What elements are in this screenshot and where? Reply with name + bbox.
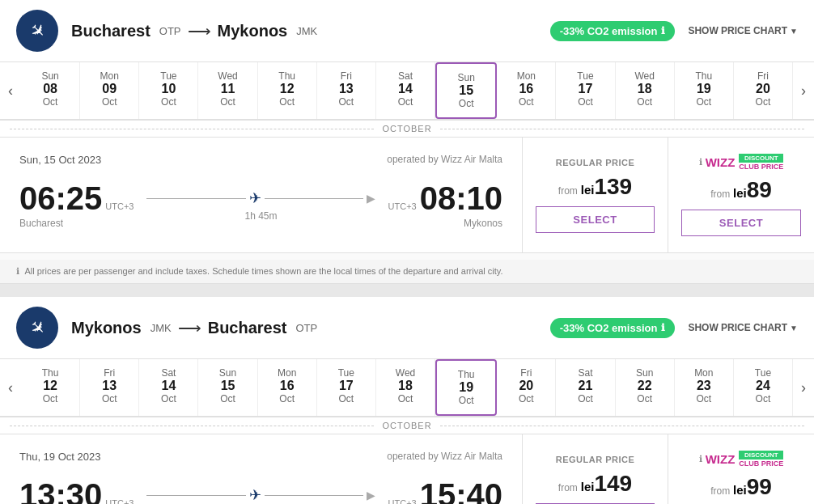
outbound-regular-from: from xyxy=(558,185,578,197)
outbound-wizz-select-btn[interactable]: SELECT xyxy=(681,210,801,236)
inbound-regular-amount: 149 xyxy=(594,471,632,496)
inbound-flight-details: Thu, 19 Oct 2023 operated by Wizz Air Ma… xyxy=(0,434,523,504)
inbound-logo: ✈ xyxy=(16,307,58,349)
outbound-date-item-1[interactable]: Mon09Oct xyxy=(80,62,139,119)
outbound-route: Bucharest OTP ⟶ Mykonos JMK xyxy=(71,21,537,40)
outbound-month-label: OCTOBER xyxy=(0,121,814,138)
inbound-date-item-8[interactable]: Fri20Oct xyxy=(497,359,556,416)
plane-en-route-icon: ✈ xyxy=(249,189,261,207)
outbound-from-iata: OTP xyxy=(159,25,181,37)
outbound-regular-currency: lei xyxy=(581,183,595,197)
outbound-date-item-5[interactable]: Fri13Oct xyxy=(317,62,376,119)
inbound-date-item-2[interactable]: Sat14Oct xyxy=(139,359,198,416)
inbound-wizz-brand: WIZZ xyxy=(706,452,736,466)
outbound-to-city: Mykonos xyxy=(218,22,288,40)
inbound-date-item-1[interactable]: Fri13Oct xyxy=(80,359,139,416)
outbound-date-item-11[interactable]: Thu19Oct xyxy=(675,62,734,119)
inbound-date-selector: ‹ Thu12OctFri13OctSat14OctSun15OctMon16O… xyxy=(0,359,814,417)
outbound-flight-arrow: ✈ ▶ 1h 45m xyxy=(146,189,375,222)
outbound-dep-city: Bucharest xyxy=(19,218,134,229)
inbound-dep-utc: UTC+3 xyxy=(105,498,134,504)
outbound-co2-badge: -33% CO2 emission ℹ xyxy=(550,21,676,41)
outbound-date-item-0[interactable]: Sun08Oct xyxy=(21,62,80,119)
inbound-to-iata: OTP xyxy=(296,322,318,334)
inbound-wizz-discount-logo: WIZZ DISCOUNT CLUB PRICE xyxy=(706,451,784,468)
chevron-down-icon: ▼ xyxy=(790,27,798,36)
inbound-wizz-amount: 99 xyxy=(747,474,772,499)
outbound-date-item-8[interactable]: Mon16Oct xyxy=(497,62,556,119)
inbound-regular-currency: lei xyxy=(581,480,595,493)
inbound-operated-by: operated by Wizz Air Malta xyxy=(387,451,502,471)
outbound-dep-utc: UTC+3 xyxy=(105,201,134,211)
outbound-price-chart-link[interactable]: SHOW PRICE CHART ▼ xyxy=(688,25,798,36)
outbound-date-item-2[interactable]: Tue10Oct xyxy=(139,62,198,119)
outbound-logo: ✈ xyxy=(16,10,58,52)
inbound-arrival: UTC+3 15:40 Bucharest xyxy=(388,479,502,504)
inbound-departure: 13:30 UTC+3 Mykonos xyxy=(19,479,134,504)
inbound-date-item-5[interactable]: Tue17Oct xyxy=(317,359,376,416)
inbound-times-row: 13:30 UTC+3 Mykonos ✈ ▶ 2h 10m xyxy=(19,479,502,504)
outbound-date-item-12[interactable]: Fri20Oct xyxy=(734,62,793,119)
outbound-next-arrow[interactable]: › xyxy=(793,62,814,119)
inbound-date-item-7[interactable]: Thu19Oct xyxy=(435,359,497,416)
outbound-date-item-10[interactable]: Wed18Oct xyxy=(616,62,675,119)
plane-icon: ✈ xyxy=(24,18,49,43)
outbound-header: ✈ Bucharest OTP ⟶ Mykonos JMK -33% CO2 e… xyxy=(0,0,814,62)
inbound-chevron-down-icon: ▼ xyxy=(790,324,798,332)
inbound-wizz-price-col: ℹ WIZZ DISCOUNT CLUB PRICE from lei99 SE… xyxy=(668,434,814,504)
outbound-prev-arrow[interactable]: ‹ xyxy=(0,62,21,119)
inbound-arr-utc: UTC+3 xyxy=(388,498,417,504)
footer-note: ℹ All prices are per passenger and inclu… xyxy=(0,260,814,284)
inbound-price-chart-link[interactable]: SHOW PRICE CHART ▼ xyxy=(688,322,798,333)
outbound-date-item-7[interactable]: Sun15Oct xyxy=(435,62,497,119)
inbound-from-iata: JMK xyxy=(151,322,172,334)
co2-info-icon[interactable]: ℹ xyxy=(661,25,665,36)
inbound-wizz-info-icon[interactable]: ℹ xyxy=(699,454,702,464)
inbound-from-city: Mykonos xyxy=(71,319,142,337)
outbound-flight-details: Sun, 15 Oct 2023 operated by Wizz Air Ma… xyxy=(0,138,523,252)
outbound-regular-amount: 139 xyxy=(594,174,632,199)
outbound-date-item-9[interactable]: Tue17Oct xyxy=(556,62,615,119)
inbound-next-arrow[interactable]: › xyxy=(793,359,814,416)
inbound-date-item-12[interactable]: Tue24Oct xyxy=(734,359,793,416)
info-icon: ℹ xyxy=(16,266,19,276)
outbound-times-row: 06:25 UTC+3 Bucharest ✈ ▶ 1h 45m xyxy=(19,182,502,229)
outbound-date-item-4[interactable]: Thu12Oct xyxy=(258,62,317,119)
outbound-from-city: Bucharest xyxy=(71,22,151,40)
inbound-flight-date: Thu, 19 Oct 2023 xyxy=(19,451,100,463)
inbound-co2-badge: -33% CO2 emission ℹ xyxy=(550,318,676,338)
inbound-header: ✈ Mykonos JMK ⟶ Bucharest OTP -33% CO2 e… xyxy=(0,297,814,359)
inbound-regular-from: from xyxy=(558,482,578,493)
outbound-regular-select-btn[interactable]: SELECT xyxy=(536,206,655,233)
outbound-arr-time: 08:10 xyxy=(420,182,502,214)
inbound-date-item-3[interactable]: Sun15Oct xyxy=(198,359,257,416)
inbound-regular-label: REGULAR PRICE xyxy=(556,455,635,464)
inbound-regular-price-col: REGULAR PRICE from lei149 SELECT xyxy=(523,434,668,504)
inbound-flight-card: Thu, 19 Oct 2023 operated by Wizz Air Ma… xyxy=(0,434,814,504)
wizz-info-icon[interactable]: ℹ xyxy=(699,157,702,167)
outbound-arr-city: Mykonos xyxy=(388,218,502,229)
inbound-wizz-currency: lei xyxy=(733,483,747,497)
inbound-flight-section: Thu, 19 Oct 2023 operated by Wizz Air Ma… xyxy=(0,434,814,504)
outbound-arr-utc: UTC+3 xyxy=(388,201,417,211)
outbound-flight-section: Sun, 15 Oct 2023 operated by Wizz Air Ma… xyxy=(0,138,814,260)
inbound-prev-arrow[interactable]: ‹ xyxy=(0,359,21,416)
inbound-date-item-4[interactable]: Mon16Oct xyxy=(258,359,317,416)
inbound-dates-wrapper: Thu12OctFri13OctSat14OctSun15OctMon16Oct… xyxy=(21,359,793,416)
inbound-date-item-11[interactable]: Mon23Oct xyxy=(675,359,734,416)
inbound-flight-arrow: ✈ ▶ 2h 10m xyxy=(146,486,375,504)
inbound-date-item-0[interactable]: Thu12Oct xyxy=(21,359,80,416)
outbound-date-item-6[interactable]: Sat14Oct xyxy=(376,62,435,119)
outbound-dep-time: 06:25 xyxy=(19,182,102,214)
inbound-arr-time: 15:40 xyxy=(420,479,502,504)
inbound-discount-badge: DISCOUNT xyxy=(739,451,783,460)
inbound-date-item-10[interactable]: Sun22Oct xyxy=(616,359,675,416)
route-arrow: ⟶ xyxy=(188,21,211,40)
inbound-date-item-6[interactable]: Wed18Oct xyxy=(376,359,435,416)
outbound-wizz-amount: 89 xyxy=(747,177,772,202)
inbound-date-item-9[interactable]: Sat21Oct xyxy=(556,359,615,416)
inbound-club-price-label: CLUB PRICE xyxy=(739,460,783,468)
inbound-co2-info-icon[interactable]: ℹ xyxy=(661,322,665,333)
inbound-route-arrow: ⟶ xyxy=(178,318,201,337)
outbound-date-item-3[interactable]: Wed11Oct xyxy=(198,62,257,119)
